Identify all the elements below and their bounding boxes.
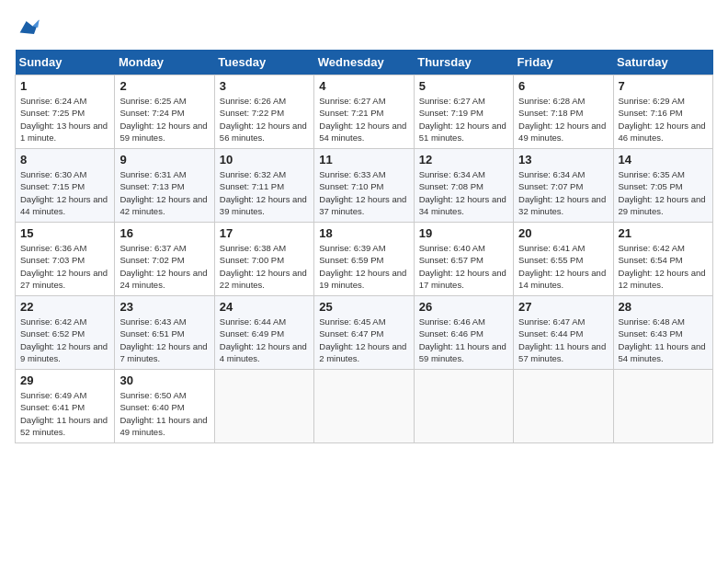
calendar-cell: 20 Sunrise: 6:41 AMSunset: 6:55 PMDaylig… xyxy=(514,223,613,296)
weekday-header-monday: Monday xyxy=(115,50,214,75)
day-number: 25 xyxy=(319,300,408,314)
calendar-cell: 17 Sunrise: 6:38 AMSunset: 7:00 PMDaylig… xyxy=(214,223,313,296)
calendar-cell: 15 Sunrise: 6:36 AMSunset: 7:03 PMDaylig… xyxy=(16,223,115,296)
day-info: Sunrise: 6:42 AMSunset: 6:52 PMDaylight:… xyxy=(20,316,109,364)
weekday-header-thursday: Thursday xyxy=(414,50,513,75)
logo-icon xyxy=(15,15,40,40)
calendar-cell xyxy=(514,370,613,443)
day-info: Sunrise: 6:29 AMSunset: 7:16 PMDaylight:… xyxy=(619,95,708,144)
day-info: Sunrise: 6:36 AMSunset: 7:03 PMDaylight:… xyxy=(20,242,109,291)
day-number: 12 xyxy=(419,153,508,167)
day-number: 10 xyxy=(220,153,309,167)
day-number: 11 xyxy=(319,153,408,167)
calendar-cell: 28 Sunrise: 6:48 AMSunset: 6:43 PMDaylig… xyxy=(613,296,712,370)
day-number: 4 xyxy=(319,79,408,93)
day-number: 17 xyxy=(220,226,309,240)
calendar-cell: 8 Sunrise: 6:30 AMSunset: 7:15 PMDayligh… xyxy=(16,149,115,223)
calendar-cell xyxy=(314,370,414,443)
day-number: 28 xyxy=(619,300,708,314)
day-number: 22 xyxy=(20,300,109,314)
day-number: 2 xyxy=(119,79,209,93)
day-info: Sunrise: 6:45 AMSunset: 6:47 PMDaylight:… xyxy=(319,316,408,364)
day-number: 1 xyxy=(20,79,109,93)
day-number: 14 xyxy=(619,153,708,167)
day-number: 3 xyxy=(220,79,309,93)
day-info: Sunrise: 6:50 AMSunset: 6:40 PMDaylight:… xyxy=(119,389,209,438)
day-number: 6 xyxy=(518,79,608,93)
day-info: Sunrise: 6:25 AMSunset: 7:24 PMDaylight:… xyxy=(119,95,209,144)
day-info: Sunrise: 6:44 AMSunset: 6:49 PMDaylight:… xyxy=(220,316,309,364)
day-info: Sunrise: 6:34 AMSunset: 7:08 PMDaylight:… xyxy=(419,168,508,217)
day-info: Sunrise: 6:43 AMSunset: 6:51 PMDaylight:… xyxy=(119,316,209,364)
calendar-cell: 12 Sunrise: 6:34 AMSunset: 7:08 PMDaylig… xyxy=(414,149,513,223)
calendar-cell: 3 Sunrise: 6:26 AMSunset: 7:22 PMDayligh… xyxy=(214,75,313,149)
calendar-cell: 6 Sunrise: 6:28 AMSunset: 7:18 PMDayligh… xyxy=(514,75,613,149)
day-number: 27 xyxy=(518,300,608,314)
calendar-cell: 22 Sunrise: 6:42 AMSunset: 6:52 PMDaylig… xyxy=(16,296,115,370)
weekday-header-wednesday: Wednesday xyxy=(314,50,414,75)
day-number: 21 xyxy=(619,226,708,240)
logo xyxy=(15,15,44,40)
calendar-cell: 11 Sunrise: 6:33 AMSunset: 7:10 PMDaylig… xyxy=(314,149,414,223)
day-number: 29 xyxy=(20,373,109,387)
calendar-cell: 24 Sunrise: 6:44 AMSunset: 6:49 PMDaylig… xyxy=(214,296,313,370)
page-header xyxy=(15,15,713,40)
day-info: Sunrise: 6:42 AMSunset: 6:54 PMDaylight:… xyxy=(619,242,708,291)
calendar-cell: 14 Sunrise: 6:35 AMSunset: 7:05 PMDaylig… xyxy=(613,149,712,223)
day-info: Sunrise: 6:41 AMSunset: 6:55 PMDaylight:… xyxy=(518,242,608,291)
day-number: 15 xyxy=(20,226,109,240)
day-info: Sunrise: 6:38 AMSunset: 7:00 PMDaylight:… xyxy=(220,242,309,291)
day-info: Sunrise: 6:27 AMSunset: 7:19 PMDaylight:… xyxy=(419,95,508,144)
calendar-cell: 29 Sunrise: 6:49 AMSunset: 6:41 PMDaylig… xyxy=(16,370,115,443)
calendar-table: SundayMondayTuesdayWednesdayThursdayFrid… xyxy=(15,50,713,443)
calendar-cell: 4 Sunrise: 6:27 AMSunset: 7:21 PMDayligh… xyxy=(314,75,414,149)
calendar-cell: 19 Sunrise: 6:40 AMSunset: 6:57 PMDaylig… xyxy=(414,223,513,296)
day-info: Sunrise: 6:37 AMSunset: 7:02 PMDaylight:… xyxy=(119,242,209,291)
calendar-cell xyxy=(613,370,712,443)
weekday-header-sunday: Sunday xyxy=(16,50,115,75)
calendar-cell: 25 Sunrise: 6:45 AMSunset: 6:47 PMDaylig… xyxy=(314,296,414,370)
weekday-header-tuesday: Tuesday xyxy=(214,50,313,75)
weekday-header-saturday: Saturday xyxy=(613,50,712,75)
day-number: 16 xyxy=(119,226,209,240)
calendar-cell: 27 Sunrise: 6:47 AMSunset: 6:44 PMDaylig… xyxy=(514,296,613,370)
weekday-header-friday: Friday xyxy=(514,50,613,75)
day-info: Sunrise: 6:33 AMSunset: 7:10 PMDaylight:… xyxy=(319,168,408,217)
day-info: Sunrise: 6:31 AMSunset: 7:13 PMDaylight:… xyxy=(119,168,209,217)
calendar-cell: 2 Sunrise: 6:25 AMSunset: 7:24 PMDayligh… xyxy=(115,75,214,149)
day-number: 13 xyxy=(518,153,608,167)
calendar-cell: 9 Sunrise: 6:31 AMSunset: 7:13 PMDayligh… xyxy=(115,149,214,223)
day-number: 8 xyxy=(20,153,109,167)
day-info: Sunrise: 6:28 AMSunset: 7:18 PMDaylight:… xyxy=(518,95,608,144)
day-info: Sunrise: 6:47 AMSunset: 6:44 PMDaylight:… xyxy=(518,316,608,364)
calendar-cell: 30 Sunrise: 6:50 AMSunset: 6:40 PMDaylig… xyxy=(115,370,214,443)
day-info: Sunrise: 6:35 AMSunset: 7:05 PMDaylight:… xyxy=(619,168,708,217)
day-number: 18 xyxy=(319,226,408,240)
day-number: 19 xyxy=(419,226,508,240)
day-info: Sunrise: 6:27 AMSunset: 7:21 PMDaylight:… xyxy=(319,95,408,144)
day-info: Sunrise: 6:34 AMSunset: 7:07 PMDaylight:… xyxy=(518,168,608,217)
day-number: 23 xyxy=(119,300,209,314)
day-number: 30 xyxy=(119,373,209,387)
calendar-cell: 10 Sunrise: 6:32 AMSunset: 7:11 PMDaylig… xyxy=(214,149,313,223)
day-number: 7 xyxy=(619,79,708,93)
calendar-cell: 23 Sunrise: 6:43 AMSunset: 6:51 PMDaylig… xyxy=(115,296,214,370)
calendar-cell: 13 Sunrise: 6:34 AMSunset: 7:07 PMDaylig… xyxy=(514,149,613,223)
day-info: Sunrise: 6:32 AMSunset: 7:11 PMDaylight:… xyxy=(220,168,309,217)
calendar-cell: 21 Sunrise: 6:42 AMSunset: 6:54 PMDaylig… xyxy=(613,223,712,296)
day-number: 26 xyxy=(419,300,508,314)
day-info: Sunrise: 6:46 AMSunset: 6:46 PMDaylight:… xyxy=(419,316,508,364)
day-number: 20 xyxy=(518,226,608,240)
calendar-cell: 7 Sunrise: 6:29 AMSunset: 7:16 PMDayligh… xyxy=(613,75,712,149)
day-info: Sunrise: 6:30 AMSunset: 7:15 PMDaylight:… xyxy=(20,168,109,217)
day-number: 9 xyxy=(119,153,209,167)
day-info: Sunrise: 6:49 AMSunset: 6:41 PMDaylight:… xyxy=(20,389,109,438)
day-info: Sunrise: 6:48 AMSunset: 6:43 PMDaylight:… xyxy=(619,316,708,364)
day-info: Sunrise: 6:39 AMSunset: 6:59 PMDaylight:… xyxy=(319,242,408,291)
day-number: 5 xyxy=(419,79,508,93)
day-info: Sunrise: 6:40 AMSunset: 6:57 PMDaylight:… xyxy=(419,242,508,291)
calendar-cell: 18 Sunrise: 6:39 AMSunset: 6:59 PMDaylig… xyxy=(314,223,414,296)
calendar-cell xyxy=(214,370,313,443)
day-info: Sunrise: 6:24 AMSunset: 7:25 PMDaylight:… xyxy=(20,95,109,144)
calendar-cell: 1 Sunrise: 6:24 AMSunset: 7:25 PMDayligh… xyxy=(16,75,115,149)
